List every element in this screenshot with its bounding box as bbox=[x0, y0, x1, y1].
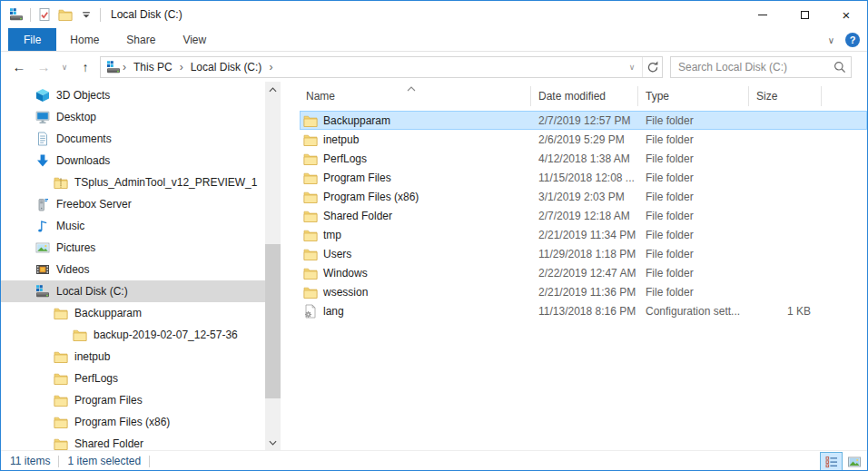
address-dropdown-button[interactable]: ∨ bbox=[622, 57, 642, 77]
folder-icon bbox=[303, 247, 318, 261]
large-icons-view-button[interactable] bbox=[843, 452, 865, 471]
file-name-cell: Program Files bbox=[300, 171, 531, 185]
folder-icon bbox=[303, 228, 318, 242]
file-row-users[interactable]: Users11/29/2018 1:18 PMFile folder bbox=[300, 244, 867, 263]
sidebar-item-label: Pictures bbox=[56, 241, 95, 254]
breadcrumb-item-this-pc[interactable]: This PC bbox=[128, 61, 178, 74]
scroll-thumb[interactable] bbox=[265, 244, 281, 398]
sidebar-item-perflogs[interactable]: PerfLogs bbox=[1, 368, 265, 389]
folder-icon bbox=[54, 306, 68, 320]
sidebar-item-inetpub[interactable]: inetpub bbox=[1, 346, 265, 368]
column-header-size[interactable]: Size bbox=[749, 86, 822, 106]
file-name-cell: PerfLogs bbox=[300, 152, 531, 166]
qat-dropdown-icon[interactable] bbox=[79, 7, 94, 22]
column-header-type[interactable]: Type bbox=[638, 86, 749, 106]
minimize-button[interactable] bbox=[742, 1, 784, 28]
sidebar-item-backupparam[interactable]: Backupparam bbox=[1, 302, 265, 324]
properties-icon[interactable] bbox=[37, 7, 52, 22]
file-name: Program Files bbox=[323, 172, 391, 184]
sidebar-item-label: backup-2019-02-07_12-57-36 bbox=[94, 329, 238, 341]
file-row-backupparam[interactable]: Backupparam2/7/2019 12:57 PMFile folder bbox=[300, 111, 867, 130]
forward-button[interactable]: → bbox=[34, 56, 54, 78]
breadcrumb-item-local-disk-c[interactable]: Local Disk (C:) bbox=[185, 61, 268, 74]
new-folder-icon[interactable] bbox=[58, 7, 73, 22]
file-name-cell: Program Files (x86) bbox=[300, 190, 531, 204]
zip-folder-icon bbox=[54, 175, 68, 190]
refresh-button[interactable] bbox=[642, 57, 662, 77]
file-name-cell: tmp bbox=[300, 228, 531, 242]
sidebar-scrollbar[interactable] bbox=[265, 82, 281, 450]
file-row-wsession[interactable]: wsession2/21/2019 11:36 PMFile folder bbox=[300, 282, 867, 301]
sidebar-item-documents[interactable]: Documents bbox=[1, 128, 265, 150]
sidebar-item-videos[interactable]: Videos bbox=[1, 259, 265, 280]
folder-icon bbox=[303, 209, 318, 223]
recent-locations-button[interactable]: ∨ bbox=[58, 56, 71, 78]
back-button[interactable]: ← bbox=[9, 56, 29, 78]
sidebar-item-label: Shared Folder bbox=[74, 437, 143, 450]
file-date: 11/15/2018 12:08 ... bbox=[531, 172, 638, 184]
sidebar-item-label: Videos bbox=[56, 263, 89, 276]
folder-icon bbox=[54, 349, 68, 364]
folder-icon bbox=[303, 152, 318, 166]
view-buttons bbox=[820, 452, 865, 471]
file-row-shared-folder[interactable]: Shared Folder2/7/2019 12:18 AMFile folde… bbox=[300, 206, 867, 225]
sidebar-item-freebox-server[interactable]: Freebox Server bbox=[1, 193, 265, 215]
sidebar-item-label: 3D Objects bbox=[56, 89, 110, 102]
videos-icon bbox=[35, 262, 50, 277]
file-row-perflogs[interactable]: PerfLogs4/12/2018 1:38 AMFile folder bbox=[300, 149, 867, 168]
file-row-lang[interactable]: lang11/13/2018 8:16 PMConfiguration sett… bbox=[300, 301, 867, 320]
window-title: Local Disk (C:) bbox=[111, 8, 182, 21]
search-box bbox=[670, 56, 852, 78]
sidebar-item-backup-2019-02-07-12-57-36[interactable]: backup-2019-02-07_12-57-36 bbox=[1, 324, 265, 346]
up-button[interactable]: ↑ bbox=[75, 56, 95, 78]
breadcrumb-chevron-icon[interactable]: › bbox=[121, 61, 128, 74]
scroll-up-button[interactable] bbox=[265, 82, 281, 97]
tab-share[interactable]: Share bbox=[113, 29, 169, 51]
sidebar-item-pictures[interactable]: Pictures bbox=[1, 237, 265, 259]
file-date: 2/22/2019 12:47 AM bbox=[531, 267, 638, 280]
file-name-cell: lang bbox=[300, 304, 531, 319]
tab-view[interactable]: View bbox=[169, 29, 220, 51]
separator bbox=[100, 8, 101, 22]
file-row-program-files-x86[interactable]: Program Files (x86)3/1/2019 2:03 PMFile … bbox=[300, 187, 867, 206]
sort-ascending-icon bbox=[407, 82, 416, 94]
breadcrumb-chevron-icon[interactable]: › bbox=[267, 61, 274, 74]
file-row-program-files[interactable]: Program Files11/15/2018 12:08 ...File fo… bbox=[300, 168, 867, 187]
maximize-button[interactable] bbox=[784, 1, 825, 28]
sidebar-item-3d-objects[interactable]: 3D Objects bbox=[1, 84, 265, 106]
sidebar-item-local-disk-c[interactable]: Local Disk (C:) bbox=[1, 280, 265, 302]
file-row-windows[interactable]: Windows2/22/2019 12:47 AMFile folder bbox=[300, 263, 867, 282]
scroll-down-button[interactable] bbox=[265, 435, 281, 450]
address-right-controls: ∨ bbox=[622, 57, 662, 77]
expand-ribbon-icon[interactable]: ∨ bbox=[828, 35, 834, 45]
drive-icon bbox=[9, 7, 24, 22]
sidebar-item-program-files[interactable]: Program Files bbox=[1, 389, 265, 411]
file-type: File folder bbox=[638, 133, 749, 146]
file-date: 2/21/2019 11:36 PM bbox=[531, 286, 638, 299]
help-button[interactable]: ? bbox=[845, 33, 860, 47]
file-row-tmp[interactable]: tmp2/21/2019 11:34 PMFile folder bbox=[300, 225, 867, 244]
sidebar-item-program-files-x86[interactable]: Program Files (x86) bbox=[1, 411, 265, 433]
details-view-button[interactable] bbox=[820, 452, 843, 471]
search-icon[interactable] bbox=[833, 60, 847, 74]
title-bar: Local Disk (C:) × bbox=[1, 1, 867, 28]
file-type: File folder bbox=[638, 229, 749, 241]
sidebar-item-tsplus-admintool-v12-preview-1[interactable]: TSplus_AdminTool_v12_PREVIEW_1 bbox=[1, 172, 265, 193]
file-name: Windows bbox=[323, 267, 368, 280]
sidebar-item-label: Local Disk (C:) bbox=[56, 285, 128, 298]
breadcrumb-chevron-icon[interactable]: › bbox=[178, 61, 185, 74]
close-button[interactable]: × bbox=[825, 1, 867, 28]
file-name: Program Files (x86) bbox=[323, 191, 419, 203]
desktop-icon bbox=[35, 110, 50, 124]
sidebar-item-desktop[interactable]: Desktop bbox=[1, 106, 265, 128]
breadcrumb[interactable]: › This PC › Local Disk (C:) › ∨ bbox=[100, 56, 663, 78]
search-input[interactable] bbox=[678, 61, 833, 74]
tab-home[interactable]: Home bbox=[56, 29, 113, 51]
sidebar-item-downloads[interactable]: Downloads bbox=[1, 150, 265, 172]
sidebar-item-music[interactable]: Music bbox=[1, 215, 265, 237]
tab-file[interactable]: File bbox=[8, 28, 56, 51]
sidebar-item-shared-folder[interactable]: Shared Folder bbox=[1, 433, 265, 450]
column-header-date-modified[interactable]: Date modified bbox=[531, 86, 638, 106]
file-row-inetpub[interactable]: inetpub2/6/2019 5:29 PMFile folder bbox=[300, 130, 867, 149]
file-name: wsession bbox=[323, 286, 368, 299]
